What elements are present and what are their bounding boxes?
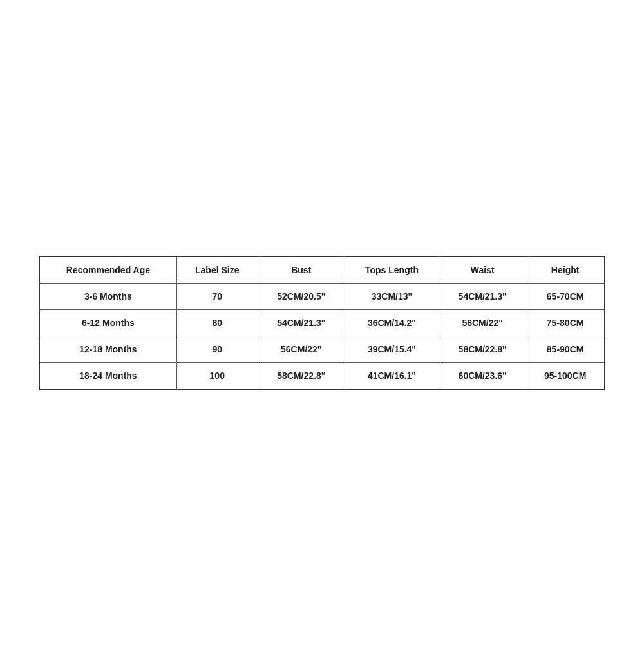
header-height: Height: [526, 256, 605, 284]
cell-height: 75-80CM: [526, 309, 605, 336]
header-label-size: Label Size: [176, 256, 258, 284]
cell-bust: 54CM/21.3": [258, 309, 345, 336]
cell-label-size: 80: [176, 309, 258, 336]
cell-label-size: 100: [176, 362, 258, 389]
cell-height: 65-70CM: [526, 283, 605, 309]
table-row: 3-6 Months7052CM/20.5"33CM/13"54CM/21.3"…: [39, 283, 605, 309]
cell-waist: 58CM/22.8": [439, 336, 526, 362]
table-row: 6-12 Months8054CM/21.3"36CM/14.2"56CM/22…: [39, 309, 605, 336]
cell-waist: 54CM/21.3": [439, 283, 526, 309]
cell-tops-length: 39CM/15.4": [345, 336, 439, 362]
cell-height: 85-90CM: [526, 336, 605, 362]
header-bust: Bust: [258, 256, 345, 284]
cell-age: 3-6 Months: [39, 283, 176, 309]
header-waist: Waist: [439, 256, 526, 284]
table-row: 18-24 Months10058CM/22.8"41CM/16.1"60CM/…: [39, 362, 605, 389]
cell-tops-length: 36CM/14.2": [345, 309, 439, 336]
cell-bust: 56CM/22": [258, 336, 345, 362]
cell-age: 18-24 Months: [39, 362, 176, 389]
header-recommended-age: Recommended Age: [39, 256, 176, 284]
cell-height: 95-100CM: [526, 362, 605, 389]
cell-label-size: 70: [176, 283, 258, 309]
cell-bust: 52CM/20.5": [258, 283, 345, 309]
table-row: 12-18 Months9056CM/22"39CM/15.4"58CM/22.…: [39, 336, 605, 362]
cell-label-size: 90: [176, 336, 258, 362]
size-chart-container: Recommended Age Label Size Bust Tops Len…: [39, 256, 605, 390]
cell-tops-length: 41CM/16.1": [345, 362, 439, 389]
cell-tops-length: 33CM/13": [345, 283, 439, 309]
cell-waist: 60CM/23.6": [439, 362, 526, 389]
size-chart-table: Recommended Age Label Size Bust Tops Len…: [39, 256, 605, 390]
header-tops-length: Tops Length: [345, 256, 439, 284]
cell-waist: 56CM/22": [439, 309, 526, 336]
cell-age: 6-12 Months: [39, 309, 176, 336]
cell-age: 12-18 Months: [39, 336, 176, 362]
table-header-row: Recommended Age Label Size Bust Tops Len…: [39, 256, 605, 284]
cell-bust: 58CM/22.8": [258, 362, 345, 389]
